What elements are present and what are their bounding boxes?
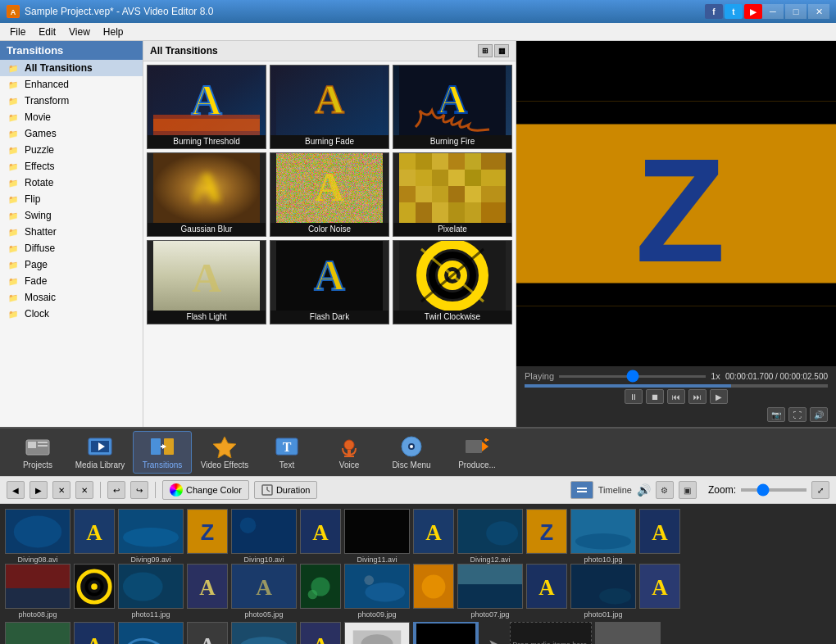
youtube-icon[interactable]: ▶ <box>744 4 762 19</box>
transition-pixelate[interactable]: Pixelate <box>393 152 512 237</box>
media-cell-photo04[interactable]: photo04.jpg <box>118 622 184 644</box>
transition-flash-light[interactable]: A Flash Light <box>147 240 266 324</box>
toolbar-media-library[interactable]: Media Library <box>70 431 129 474</box>
media-cell-photo01[interactable]: photo01.jpg <box>570 564 636 619</box>
minimize-button[interactable]: ─ <box>762 4 784 19</box>
duration-button[interactable]: Duration <box>254 481 318 499</box>
media-cell-trans8[interactable]: A <box>187 564 228 610</box>
media-cell-diving11[interactable]: Diving11.avi <box>344 509 410 564</box>
menu-edit[interactable]: Edit <box>32 25 62 39</box>
sidebar-item-all-transitions[interactable]: 📁 All Transitions <box>0 60 143 76</box>
stop-button[interactable]: ⏹ <box>646 389 664 404</box>
sidebar-item-effects[interactable]: 📁 Effects <box>0 158 143 175</box>
timeline-stop-button[interactable]: ✕ <box>52 481 70 499</box>
speed-slider[interactable] <box>559 375 706 378</box>
sidebar-item-clock[interactable]: 📁 Clock <box>0 306 143 322</box>
media-cell-trans1[interactable]: A <box>74 509 115 556</box>
media-cell-trans11[interactable]: A <box>526 564 567 610</box>
pause-button[interactable]: ⏸ <box>625 389 643 404</box>
toolbar-video-effects[interactable]: Video Effects <box>195 431 254 474</box>
media-cell-photo10[interactable]: photo10.jpg <box>570 509 636 564</box>
media-cell-photo03[interactable]: photo03.jpg <box>5 622 70 644</box>
close-button[interactable]: ✕ <box>808 4 829 19</box>
toolbar-voice[interactable]: Voice <box>320 431 379 474</box>
twitter-icon[interactable]: t <box>725 4 743 19</box>
media-cell-trans14[interactable]: A <box>187 622 228 644</box>
sidebar-item-movie[interactable]: 📁 Movie <box>0 109 143 125</box>
progress-bar[interactable] <box>525 384 828 388</box>
transition-gaussian-blur[interactable]: A Gaussian Blur <box>147 152 266 237</box>
sidebar-item-fade[interactable]: 📁 Fade <box>0 273 143 289</box>
maximize-button[interactable]: □ <box>785 4 806 19</box>
toolbar-text[interactable]: T Text <box>257 431 316 474</box>
transition-burning-threshold[interactable]: A Burning Threshold <box>147 65 266 149</box>
media-cell-diving12[interactable]: Diving12.avi <box>457 509 523 564</box>
menu-file[interactable]: File <box>3 25 32 39</box>
media-cell-photo05[interactable]: A photo05.jpg <box>231 564 297 619</box>
sidebar-item-enhanced[interactable]: 📁 Enhanced <box>0 76 143 93</box>
media-cell-trans6[interactable]: A <box>639 509 680 556</box>
timeline-redo-button[interactable]: ↪ <box>130 481 148 499</box>
media-cell-trans2[interactable]: Z <box>187 509 228 556</box>
view-small-icon[interactable]: ⊞ <box>478 44 493 57</box>
timeline-undo-button[interactable]: ↩ <box>107 481 125 499</box>
view-large-icon[interactable]: ▦ <box>494 44 509 57</box>
timeline-delete-button[interactable]: ✕ <box>75 481 93 499</box>
fit-button[interactable]: ⤢ <box>811 481 829 499</box>
facebook-icon[interactable]: f <box>705 4 723 19</box>
timeline-view-button[interactable] <box>570 481 593 499</box>
media-cell-photo09[interactable]: photo09.jpg <box>344 564 410 619</box>
change-color-button[interactable]: Change Color <box>162 480 249 500</box>
media-cell-photo02[interactable]: photo02.jpg <box>344 622 410 644</box>
transition-burning-fire[interactable]: A Burning Fire <box>393 65 512 149</box>
sidebar-item-puzzle[interactable]: 📁 Puzzle <box>0 142 143 158</box>
media-cell-trans5[interactable]: Z <box>526 509 567 556</box>
clip-settings-button[interactable]: ▣ <box>679 481 697 499</box>
toolbar-projects[interactable]: Projects <box>8 431 67 474</box>
sidebar-item-shatter[interactable]: 📁 Shatter <box>0 224 143 240</box>
toolbar-produce[interactable]: Produce... <box>444 431 510 474</box>
sidebar-item-transform[interactable]: 📁 Transform <box>0 93 143 109</box>
prev-button[interactable]: ⏮ <box>667 389 685 404</box>
sidebar-item-games[interactable]: 📁 Games <box>0 125 143 142</box>
media-cell-black-frame[interactable]: (0, 0, 0) <box>413 622 479 644</box>
snapshot-button[interactable]: 📷 <box>767 407 785 422</box>
media-cell-photo07[interactable]: photo07.jpg <box>457 564 523 619</box>
media-cell-trans3[interactable]: A <box>300 509 341 556</box>
media-cell-trans7[interactable] <box>74 564 115 610</box>
media-cell-trans9[interactable] <box>300 564 341 610</box>
menu-view[interactable]: View <box>62 25 97 39</box>
media-cell-photo08[interactable]: photo08.jpg <box>5 564 70 619</box>
media-cell-drag-drop[interactable]: Drag media items here. <box>510 622 592 644</box>
media-cell-trans12[interactable]: A <box>639 564 680 610</box>
media-cell-diving08[interactable]: Diving08.avi <box>5 509 70 564</box>
media-cell-diving10[interactable]: Diving10.avi <box>231 509 297 564</box>
toolbar-transitions[interactable]: Transitions <box>133 431 192 474</box>
media-cell-trans15[interactable]: A <box>300 622 341 644</box>
next-button[interactable]: ⏭ <box>688 389 707 404</box>
sidebar-item-flip[interactable]: 📁 Flip <box>0 191 143 207</box>
zoom-slider[interactable] <box>741 488 806 492</box>
transition-color-noise[interactable]: A Color Noise <box>270 152 389 237</box>
media-cell-photo11[interactable]: photo11.jpg <box>118 564 184 619</box>
sidebar-item-diffuse[interactable]: 📁 Diffuse <box>0 240 143 256</box>
drag-drop-zone[interactable]: Drag media items here. <box>510 622 592 644</box>
sidebar-item-swing[interactable]: 📁 Swing <box>0 207 143 224</box>
sidebar-item-rotate[interactable]: 📁 Rotate <box>0 175 143 191</box>
transition-flash-dark[interactable]: A Flash Dark <box>270 240 389 324</box>
transitions-scroll[interactable]: A Burning Threshold <box>143 61 516 427</box>
media-cell-photo06[interactable]: photo06.jpg <box>231 622 297 644</box>
media-cell-diving09[interactable]: Diving09.avi <box>118 509 184 564</box>
media-cell-trans4[interactable]: A <box>413 509 454 556</box>
timeline-back-button[interactable]: ◀ <box>7 481 25 499</box>
sidebar-item-mosaic[interactable]: 📁 Mosaic <box>0 289 143 306</box>
volume-button[interactable]: 🔊 <box>810 407 828 422</box>
volume-icon[interactable]: 🔊 <box>637 483 651 497</box>
audio-settings-button[interactable]: ⚙ <box>656 481 674 499</box>
sidebar-item-page[interactable]: 📁 Page <box>0 256 143 273</box>
menu-help[interactable]: Help <box>97 25 130 39</box>
fullscreen-button[interactable]: ⛶ <box>788 407 806 422</box>
transition-twirl-clockwise[interactable]: Twirl Clockwise <box>393 240 512 324</box>
media-cell-trans13[interactable]: A <box>74 622 115 644</box>
timeline-forward-button[interactable]: ▶ <box>30 481 48 499</box>
